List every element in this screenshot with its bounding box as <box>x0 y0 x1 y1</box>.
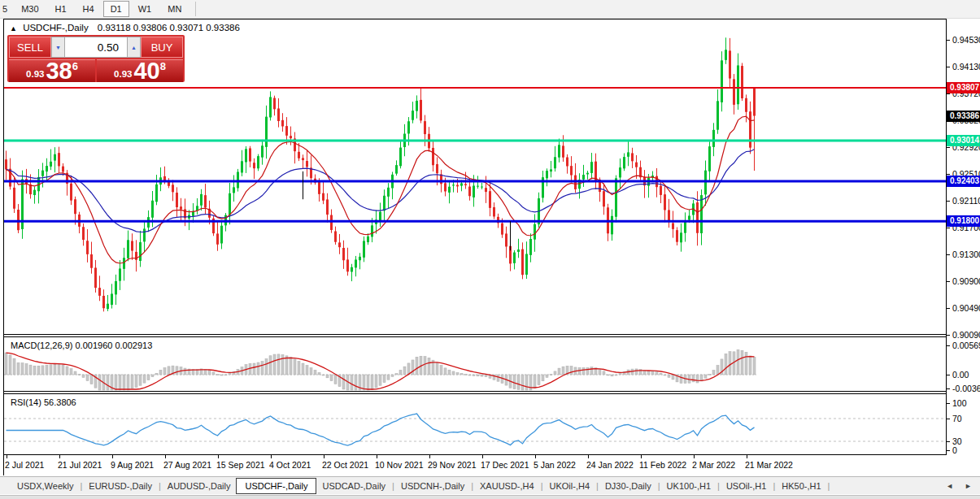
price-axis-tick-label: 0.90900 <box>952 276 980 286</box>
indicator-axis-tick <box>947 441 950 442</box>
price-axis-tick <box>947 147 950 148</box>
tab-scroll-controls: ◄► <box>946 482 980 490</box>
date-axis-label: 4 Oct 2021 <box>269 460 311 470</box>
indicator-axis-tick <box>947 403 950 404</box>
buy-price-prefix: 0.93 <box>114 69 132 79</box>
indicator-axis-tick <box>947 388 950 389</box>
timeframe-button-h1[interactable]: H1 <box>48 1 74 17</box>
sell-price-prefix: 0.93 <box>26 69 44 79</box>
price-axis-tick-label: 0.90490 <box>952 303 980 313</box>
tab-usoil[interactable]: USOil-,H1 <box>721 479 773 492</box>
toolbar-separator <box>195 2 196 16</box>
panel-divider[interactable] <box>4 393 947 394</box>
sell-button[interactable]: SELL <box>9 37 51 58</box>
volume-decrease-button[interactable]: ▼ <box>51 37 65 58</box>
date-axis-tick <box>694 455 695 458</box>
price-axis-tick <box>947 67 950 67</box>
price-axis-tick-label: 0.90090 <box>952 330 980 340</box>
timeframe-button-d1[interactable]: D1 <box>103 1 129 17</box>
date-axis-tick <box>218 455 219 458</box>
date-axis-tick <box>59 455 60 458</box>
price-level-tag: 0.93386 <box>947 111 980 122</box>
indicator-axis-tick-label: 70 <box>952 414 962 423</box>
timeframe-button-w1[interactable]: W1 <box>131 1 159 17</box>
indicator-axis-tick-label: 0 <box>952 445 957 455</box>
volume-increase-button[interactable]: ▲ <box>127 37 141 58</box>
status-strip <box>0 495 980 499</box>
tab-usdchf[interactable]: USDCHF-,Daily <box>236 478 316 494</box>
price-axis[interactable]: 0.945300.941300.937200.933200.929200.925… <box>946 19 980 475</box>
price-level-tag: 0.91800 <box>947 215 980 227</box>
indicator-axis-tick <box>947 375 950 375</box>
date-axis-tick <box>535 455 536 458</box>
chart-tab-bar: USDX,Weekly|EURUSD-,Daily|AUDUSD-,DailyU… <box>0 476 980 494</box>
chart-border-bottom <box>4 454 947 455</box>
price-axis-tick-label: 0.91300 <box>952 250 980 259</box>
rsi-indicator-canvas[interactable] <box>4 396 947 454</box>
timeframe-button-5[interactable]: 5 <box>1 1 12 17</box>
timeframe-button-h4[interactable]: H4 <box>76 1 102 17</box>
price-axis-tick <box>947 40 950 41</box>
date-axis-label: 15 Sep 2021 <box>216 460 265 470</box>
buy-button[interactable]: BUY <box>141 37 183 58</box>
date-axis-tick <box>482 455 483 458</box>
price-axis-tick <box>947 335 950 336</box>
tab-uk100[interactable]: UK100-,H1 <box>661 479 716 492</box>
date-axis-label: 21 Mar 2022 <box>745 460 793 470</box>
date-axis-label: 22 Oct 2021 <box>322 460 368 470</box>
tab-xauusd[interactable]: XAUUSD-,H4 <box>474 479 540 492</box>
tab-usdx[interactable]: USDX,Weekly <box>11 479 79 492</box>
tab-dj30[interactable]: DJ30-,Daily <box>599 479 657 492</box>
indicator-axis-tick-label: 0.00 <box>952 370 969 380</box>
date-axis-tick <box>747 455 747 458</box>
timeframe-button-m30[interactable]: M30 <box>14 1 46 17</box>
price-axis-tick <box>947 308 950 309</box>
trading-terminal: 5M30H1H4D1W1MN ▲ USDCHF-,Daily 0.93118 0… <box>0 0 980 499</box>
tab-usdcnh[interactable]: USDCNH-,Daily <box>395 479 470 492</box>
tab-scroll-right-icon[interactable]: ► <box>965 482 972 490</box>
price-axis-tick <box>947 228 950 228</box>
date-axis-tick <box>165 455 166 458</box>
indicator-axis-tick <box>947 419 950 419</box>
tab-audusd[interactable]: AUDUSD-,Daily <box>162 479 237 492</box>
sell-price-main: 38 <box>46 61 72 81</box>
tab-ukoil[interactable]: UKOil-,H4 <box>544 479 596 492</box>
tab-scroll-left-icon[interactable]: ◄ <box>946 482 953 490</box>
collapse-arrow-icon[interactable]: ▲ <box>10 24 17 33</box>
volume-input[interactable]: 0.50 <box>65 37 127 58</box>
panel-divider[interactable] <box>4 334 947 335</box>
chart-window: ▲ USDCHF-,Daily 0.93118 0.93806 0.93071 … <box>3 19 947 475</box>
macd-histogram <box>5 349 756 390</box>
price-axis-tick-label: 0.94130 <box>952 62 980 72</box>
date-axis-label: 21 Jul 2021 <box>58 460 102 470</box>
sell-price-pipette: 6 <box>72 60 78 72</box>
panel-divider[interactable] <box>4 391 947 392</box>
tab-hk50[interactable]: HK50-,H1 <box>776 479 826 492</box>
chart-title: ▲ USDCHF-,Daily 0.93118 0.93806 0.93071 … <box>10 23 240 33</box>
date-axis-label: 27 Aug 2021 <box>163 460 211 470</box>
date-axis-tick <box>641 455 642 458</box>
price-axis-tick <box>947 174 950 175</box>
date-axis-label: 29 Nov 2021 <box>428 460 477 470</box>
buy-price-pipette: 8 <box>160 60 166 72</box>
tab-eurusd[interactable]: EURUSD-,Daily <box>83 479 158 492</box>
date-axis-label: 17 Dec 2021 <box>481 460 529 470</box>
date-axis-label: 5 Jan 2022 <box>534 460 576 470</box>
price-level-tag: 0.93807 <box>947 82 980 93</box>
buy-price-main: 40 <box>133 61 159 81</box>
date-axis-label: 2 Jul 2021 <box>5 460 44 470</box>
indicator-axis-tick <box>947 345 950 346</box>
date-axis-tick <box>271 455 272 458</box>
date-axis-tick <box>7 455 7 458</box>
price-axis-tick <box>947 254 950 255</box>
tab-usdcad[interactable]: USDCAD-,Daily <box>316 479 391 492</box>
moving-average-fast-line <box>7 116 755 263</box>
price-axis-tick <box>947 201 950 202</box>
sell-price-display[interactable]: 0.93 38 6 <box>9 59 95 82</box>
timeframe-button-mn[interactable]: MN <box>160 1 189 17</box>
date-axis-tick <box>377 455 377 458</box>
buy-price-display[interactable]: 0.93 40 8 <box>97 59 183 82</box>
panel-divider[interactable] <box>4 336 947 337</box>
price-level-tag: 0.93014 <box>947 135 980 146</box>
price-axis-tick-label: 0.92110 <box>952 196 980 206</box>
